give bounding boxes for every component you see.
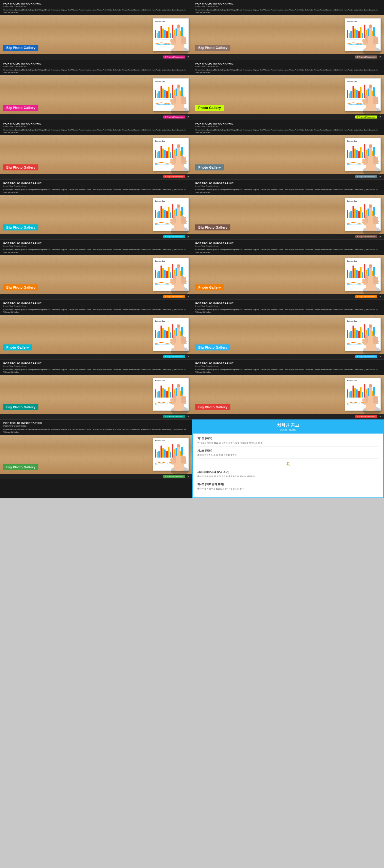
close-icon[interactable]: ✕ — [186, 295, 190, 299]
close-icon[interactable]: ✕ — [186, 175, 190, 179]
card-body-text: Consectetur Adipiscing Elit, Nulla Imper… — [0, 368, 192, 375]
hand-icon — [168, 438, 192, 474]
card-footer: & Proposal Treatments ✕ — [192, 354, 384, 360]
close-icon[interactable]: ✕ — [378, 295, 382, 299]
bar — [160, 146, 162, 158]
bar — [162, 448, 164, 458]
proposal-button[interactable]: & Proposal Treatments — [355, 175, 377, 178]
card-body-text: Consectetur Adipiscing Elit, Nulla Imper… — [0, 9, 192, 15]
proposal-button[interactable]: & Proposal Treatments — [163, 175, 185, 178]
bar — [164, 450, 166, 458]
bar — [347, 90, 348, 98]
bar — [164, 30, 166, 38]
hand-icon — [360, 198, 384, 234]
bar-group — [155, 450, 160, 458]
proposal-button[interactable]: & Proposal Treatments — [355, 116, 377, 119]
bar — [160, 206, 162, 218]
close-icon[interactable]: ✕ — [186, 115, 190, 119]
hand-icon — [168, 78, 192, 114]
card-10: PORTFOLIO INFOGRAPHIC Insert Your Creati… — [192, 240, 384, 300]
card-subtitle: Insert Your Creative Idea — [3, 425, 189, 427]
divider — [197, 458, 379, 459]
bar — [350, 391, 352, 398]
card-body-text: Consectetur Adipiscing Elit, Nulla Imper… — [192, 129, 384, 135]
proposal-button[interactable]: & Proposal Treatments — [355, 355, 377, 358]
card-title: PORTFOLIO INFOGRAPHIC — [195, 182, 381, 185]
close-icon[interactable]: ✕ — [378, 115, 382, 119]
svg-rect-87 — [177, 324, 180, 328]
card-subtitle: Insert Your Creative Idea — [3, 185, 189, 187]
bar-group — [160, 266, 166, 278]
bar — [352, 146, 354, 158]
bar — [349, 392, 350, 398]
bar — [155, 210, 156, 218]
gallery-label: Big Photo Gallery — [3, 164, 38, 170]
proposal-button[interactable]: & Proposal Treatments — [163, 235, 185, 238]
bar-group — [352, 385, 358, 398]
svg-rect-23 — [177, 85, 180, 88]
bar-group — [347, 210, 352, 218]
gallery-label: Big Photo Gallery — [3, 284, 38, 290]
proposal-button[interactable]: & Proposal Treatments — [163, 56, 185, 59]
card-footer: & Proposal Treatments ✕ — [0, 474, 192, 479]
proposal-button[interactable]: & Proposal Treatments — [163, 355, 185, 358]
close-icon[interactable]: ✕ — [378, 235, 382, 239]
close-icon[interactable]: ✕ — [186, 415, 190, 418]
bar-group — [352, 266, 358, 278]
proposal-button[interactable]: & Proposal Treatments — [355, 56, 377, 59]
proposal-button[interactable]: & Proposal Treatments — [163, 415, 185, 418]
bar-group — [352, 86, 358, 98]
proposal-button[interactable]: & Proposal Treatments — [163, 475, 185, 478]
bar — [349, 273, 350, 278]
card-title: PORTFOLIO INFOGRAPHIC — [195, 62, 381, 65]
proposal-button[interactable]: & Proposal Treatments — [355, 415, 377, 418]
card-footer: & Proposal Treatments ✕ — [0, 294, 192, 300]
svg-rect-111 — [369, 384, 372, 388]
bar-group — [155, 210, 160, 218]
card-title: PORTFOLIO INFOGRAPHIC — [3, 242, 189, 245]
card-image-area: Business Data Big Phot — [192, 15, 384, 54]
korean-section-title-3: 제3조(치학권의 발급 조건) — [197, 470, 379, 474]
card-13: PORTFOLIO INFOGRAPHIC Insert Your Creati… — [0, 360, 192, 420]
korean-section-title-4: 제4조 (치학권의 효력) — [197, 483, 379, 486]
bar — [356, 390, 358, 398]
card-footer: & Proposal Treatments ✕ — [0, 234, 192, 240]
card-12: PORTFOLIO INFOGRAPHIC Insert Your Creati… — [192, 300, 384, 360]
svg-rect-85 — [183, 337, 186, 344]
bar — [157, 212, 158, 218]
bar — [354, 328, 356, 338]
bar-group — [155, 390, 160, 398]
hand-icon — [168, 198, 192, 234]
card-9: PORTFOLIO INFOGRAPHIC Insert Your Creati… — [0, 240, 192, 300]
bar — [155, 30, 156, 38]
gallery-label: Big Photo Gallery — [195, 224, 230, 230]
bar-group — [347, 90, 352, 98]
card-image-area: Business Data Big Phot — [0, 435, 192, 474]
close-icon[interactable]: ✕ — [186, 355, 190, 359]
card-8: PORTFOLIO INFOGRAPHIC Insert Your Creati… — [192, 180, 384, 240]
card-title: PORTFOLIO INFOGRAPHIC — [3, 302, 189, 305]
close-icon[interactable]: ✕ — [186, 55, 190, 59]
proposal-button[interactable]: & Proposal Treatments — [163, 295, 185, 298]
bar — [160, 326, 162, 338]
bar — [350, 271, 352, 278]
svg-rect-53 — [183, 217, 186, 224]
gallery-label: Big Photo Gallery — [195, 45, 230, 51]
korean-title: 치학권 공고 — [196, 423, 380, 428]
proposal-button[interactable]: & Proposal Treatments — [355, 235, 377, 238]
svg-rect-39 — [177, 145, 180, 148]
proposal-button[interactable]: & Proposal Treatments — [163, 116, 185, 119]
close-icon[interactable]: ✕ — [378, 355, 382, 359]
close-icon[interactable]: ✕ — [186, 475, 190, 478]
bar — [155, 90, 156, 98]
close-icon[interactable]: ✕ — [378, 55, 382, 59]
close-icon[interactable]: ✕ — [186, 235, 190, 239]
korean-section-text-0: 이 규정은 치학권 발급 및 관리에 관한 사항을 규정함을 목적으로 한다. — [197, 441, 379, 445]
close-icon[interactable]: ✕ — [378, 175, 382, 179]
card-subtitle: Insert Your Creative Idea — [195, 305, 381, 307]
card-header: PORTFOLIO INFOGRAPHIC Insert Your Creati… — [192, 120, 384, 129]
card-subtitle: Insert Your Creative Idea — [195, 65, 381, 67]
proposal-button[interactable]: & Proposal Treatments — [355, 295, 377, 298]
close-icon[interactable]: ✕ — [378, 415, 382, 418]
card-subtitle: Insert Your Creative Idea — [195, 245, 381, 247]
